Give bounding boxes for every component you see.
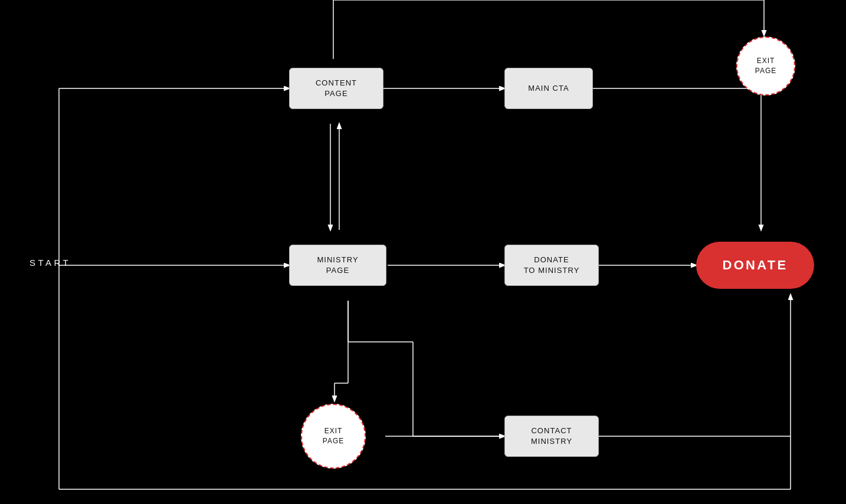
main-cta-label: MAIN CTA — [528, 83, 569, 94]
content-page-node: CONTENT PAGE — [289, 68, 383, 109]
donate-button-node[interactable]: DONATE — [696, 242, 814, 289]
contact-ministry-label: CONTACT MINISTRY — [531, 426, 572, 447]
exit-page-top-label: EXIT PAGE — [755, 56, 776, 76]
donate-to-ministry-node: DONATE TO MINISTRY — [504, 245, 599, 286]
exit-page-bottom-node: EXIT PAGE — [301, 404, 366, 469]
ministry-page-node: MINISTRY PAGE — [289, 245, 386, 286]
start-label: START — [29, 258, 71, 268]
donate-to-ministry-label: DONATE TO MINISTRY — [524, 255, 580, 276]
ministry-page-label: MINISTRY PAGE — [317, 255, 358, 276]
contact-ministry-node: CONTACT MINISTRY — [504, 416, 599, 457]
exit-page-bottom-label: EXIT PAGE — [323, 426, 344, 446]
main-cta-node: MAIN CTA — [504, 68, 593, 109]
exit-page-top-node: EXIT PAGE — [736, 37, 795, 95]
content-page-label: CONTENT PAGE — [316, 78, 357, 99]
donate-button-label: DONATE — [722, 258, 788, 273]
